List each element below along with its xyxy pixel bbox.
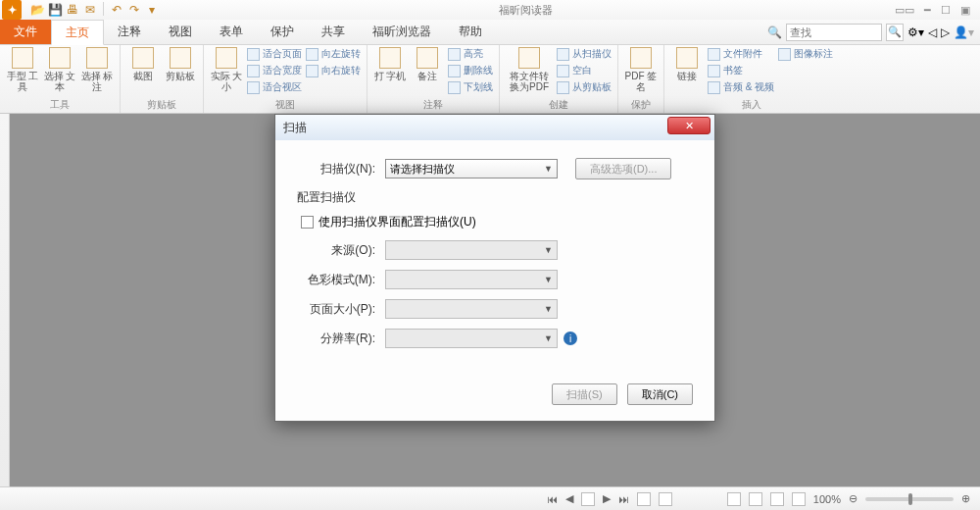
- layout-icon-2[interactable]: [659, 492, 672, 506]
- mail-icon[interactable]: ✉: [82, 2, 98, 18]
- scanner-select[interactable]: 请选择扫描仪▼: [385, 159, 558, 178]
- fit-width-button[interactable]: 适合宽度: [247, 64, 302, 77]
- resolution-label: 分辨率(R):: [297, 331, 385, 347]
- source-select[interactable]: ▼: [385, 240, 558, 260]
- search-go-button[interactable]: 🔍: [886, 24, 904, 41]
- actual-size-button[interactable]: 实际 大小: [210, 47, 243, 92]
- zoom-out-icon[interactable]: ⊖: [849, 492, 858, 505]
- info-icon[interactable]: i: [564, 332, 577, 345]
- redo-icon[interactable]: ↷: [126, 2, 142, 18]
- typewriter-button[interactable]: 打 字机: [373, 47, 407, 81]
- from-clipboard-button[interactable]: 从剪贴板: [557, 80, 612, 94]
- fit-page-button[interactable]: 适合页面: [247, 47, 302, 61]
- clipboard-button[interactable]: 剪贴板: [164, 47, 197, 81]
- pagesize-select[interactable]: ▼: [385, 299, 558, 319]
- zoom-value: 100%: [813, 493, 841, 505]
- view-mode-icon-1[interactable]: [727, 492, 741, 506]
- search-icon[interactable]: 🔍: [767, 26, 782, 39]
- tab-view[interactable]: 视图: [155, 20, 206, 44]
- scan-dialog: 扫描 ✕ 扫描仪(N): 请选择扫描仪▼ 高级选项(D)... 配置扫描仪 使用…: [274, 114, 715, 422]
- side-panel-collapsed[interactable]: [0, 114, 10, 486]
- chevron-down-icon: ▼: [544, 164, 553, 174]
- view-mode-icon-2[interactable]: [749, 492, 762, 506]
- page-input[interactable]: [581, 492, 595, 506]
- tab-share[interactable]: 共享: [308, 20, 359, 44]
- resolution-select[interactable]: ▼: [385, 329, 558, 348]
- colormode-label: 色彩模式(M):: [297, 272, 385, 288]
- tab-file[interactable]: 文件: [0, 20, 51, 44]
- close-window-icon[interactable]: ▣: [960, 4, 970, 17]
- ribbon-group-comment: 打 字机 备注 高亮 删除线 下划线 注释: [368, 45, 500, 113]
- window-buttons: ▭▭ ━ ☐ ▣: [885, 4, 980, 17]
- convert-to-pdf-button[interactable]: 将文件转 换为PDF: [506, 47, 553, 92]
- app-logo: ✦: [2, 0, 22, 20]
- strikeout-button[interactable]: 删除线: [448, 64, 493, 77]
- status-bar: ⏮ ◀ ▶ ⏭ 100% ⊖ ⊕: [0, 486, 980, 510]
- zoom-in-icon[interactable]: ⊕: [961, 492, 970, 505]
- link-button[interactable]: 链接: [670, 47, 704, 81]
- file-attachment-button[interactable]: 文件附件: [708, 47, 774, 61]
- qa-dropdown-icon[interactable]: ▾: [144, 2, 160, 18]
- image-annotation-button[interactable]: 图像标注: [778, 47, 833, 61]
- use-native-label: 使用扫描仪界面配置扫描仪(U): [318, 214, 476, 230]
- rotate-left-button[interactable]: 向左旋转: [306, 47, 361, 61]
- note-button[interactable]: 备注: [411, 47, 444, 81]
- config-group-title: 配置扫描仪: [297, 189, 693, 206]
- user-icon[interactable]: 👤▾: [954, 26, 974, 39]
- separator: [103, 2, 104, 16]
- ribbon-group-protect: PDF 签名 保护: [618, 45, 664, 113]
- view-mode-icon-4[interactable]: [792, 492, 806, 506]
- advanced-options-button[interactable]: 高级选项(D)...: [575, 158, 671, 179]
- gear-icon[interactable]: ⚙▾: [907, 26, 924, 39]
- view-mode-icon-3[interactable]: [770, 492, 784, 506]
- next-page-icon[interactable]: ▶: [603, 492, 611, 505]
- ribbon-group-insert: 链接 文件附件 书签 音频 & 视频 图像标注 插入: [664, 45, 839, 113]
- from-scanner-button[interactable]: 从扫描仪: [557, 47, 612, 61]
- zoom-slider[interactable]: [865, 497, 954, 501]
- nav-next-icon[interactable]: ▷: [941, 26, 950, 39]
- last-page-icon[interactable]: ⏭: [618, 493, 629, 505]
- first-page-icon[interactable]: ⏮: [547, 493, 558, 505]
- select-annotation-button[interactable]: 选择 标注: [80, 47, 114, 92]
- cancel-button[interactable]: 取消(C): [627, 383, 693, 405]
- search-input[interactable]: [786, 24, 882, 41]
- snapshot-button[interactable]: 截图: [126, 47, 160, 81]
- open-icon[interactable]: 📂: [29, 2, 45, 18]
- tab-right-tools: 🔍 🔍 ⚙▾ ◁ ▷ 👤▾: [761, 20, 980, 44]
- prev-page-icon[interactable]: ◀: [565, 492, 573, 505]
- minimize-icon[interactable]: ━: [924, 4, 931, 17]
- window-title: 福昕阅读器: [166, 3, 885, 18]
- select-text-button[interactable]: 选择 文本: [43, 47, 76, 92]
- layout-icon-1[interactable]: [637, 492, 651, 506]
- tab-protect[interactable]: 保护: [257, 20, 308, 44]
- pdf-sign-button[interactable]: PDF 签名: [624, 47, 658, 92]
- tab-browser[interactable]: 福昕浏览器: [359, 20, 445, 44]
- dialog-titlebar[interactable]: 扫描 ✕: [275, 115, 714, 140]
- blank-button[interactable]: 空白: [557, 64, 612, 77]
- undo-icon[interactable]: ↶: [109, 2, 124, 18]
- hand-tool-button[interactable]: 手型 工具: [6, 47, 39, 92]
- nav-prev-icon[interactable]: ◁: [928, 26, 937, 39]
- colormode-select[interactable]: ▼: [385, 270, 558, 289]
- rotate-right-button[interactable]: 向右旋转: [306, 64, 361, 77]
- quick-access-toolbar: 📂 💾 🖶 ✉ ↶ ↷ ▾: [24, 2, 166, 18]
- fit-view-button[interactable]: 适合视区: [247, 80, 302, 94]
- tab-help[interactable]: 帮助: [445, 20, 496, 44]
- save-icon[interactable]: 💾: [47, 2, 63, 18]
- scan-button[interactable]: 扫描(S): [552, 383, 617, 405]
- print-icon[interactable]: 🖶: [65, 2, 80, 18]
- title-bar: ✦ 📂 💾 🖶 ✉ ↶ ↷ ▾ 福昕阅读器 ▭▭ ━ ☐ ▣: [0, 0, 980, 20]
- dialog-close-button[interactable]: ✕: [667, 117, 710, 134]
- tab-form[interactable]: 表单: [206, 20, 257, 44]
- tab-home[interactable]: 主页: [51, 20, 104, 45]
- highlight-button[interactable]: 高亮: [448, 47, 493, 61]
- underline-button[interactable]: 下划线: [448, 80, 493, 94]
- ribbon-min-icon[interactable]: ▭▭: [895, 4, 914, 17]
- maximize-icon[interactable]: ☐: [941, 4, 951, 17]
- use-native-checkbox[interactable]: [301, 216, 314, 229]
- bookmark-button[interactable]: 书签: [708, 64, 774, 77]
- scanner-label: 扫描仪(N):: [297, 161, 385, 178]
- ribbon-group-tools: 手型 工具 选择 文本 选择 标注 工具: [0, 45, 121, 113]
- tab-comment[interactable]: 注释: [104, 20, 155, 44]
- audio-video-button[interactable]: 音频 & 视频: [708, 80, 774, 94]
